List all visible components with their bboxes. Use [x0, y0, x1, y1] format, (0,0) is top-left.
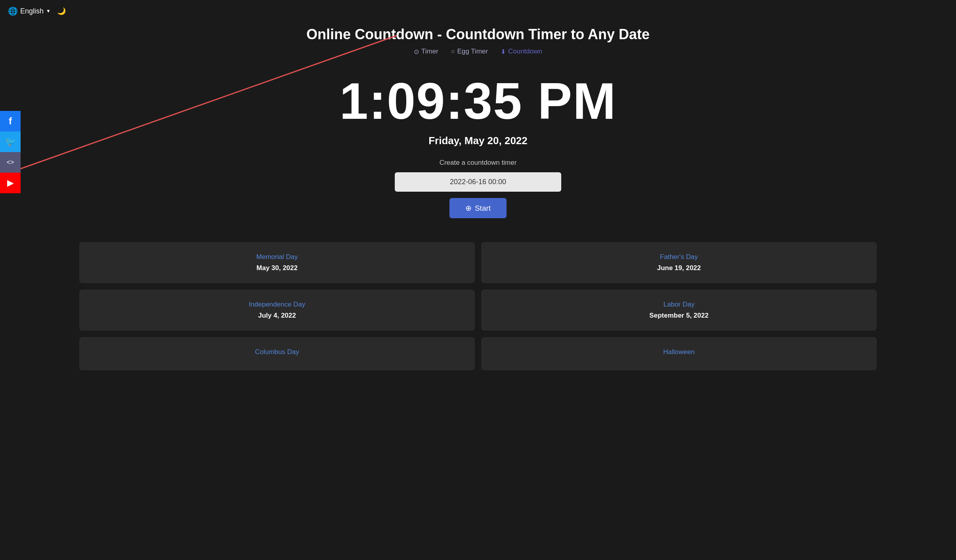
embed-button[interactable]: <> [0, 152, 21, 173]
holiday-date-memorial-day: May 30, 2022 [87, 264, 467, 272]
nav-tabs: ⊙ Timer ○ Egg Timer ⬇ Countdown [8, 48, 948, 55]
youtube-button[interactable]: ▶ [0, 173, 21, 193]
holiday-date-fathers-day: June 19, 2022 [489, 264, 869, 272]
dark-mode-button[interactable]: 🌙 [57, 7, 66, 15]
youtube-icon: ▶ [7, 178, 14, 188]
start-button[interactable]: ⊕ Start [449, 198, 507, 218]
holidays-grid: Memorial Day May 30, 2022 Father's Day J… [79, 242, 877, 370]
top-bar: 🌐 English ▼ 🌙 [0, 0, 956, 22]
timer-icon: ⊙ [414, 48, 419, 55]
page-title: Online Countdown - Countdown Timer to An… [8, 26, 948, 43]
tab-egg-timer-label: Egg Timer [457, 48, 488, 55]
holiday-card-columbus-day[interactable]: Columbus Day [79, 337, 475, 370]
clock-display: 1:09:35 PM [8, 75, 948, 127]
facebook-button[interactable]: f [0, 111, 21, 131]
language-label: English [20, 7, 44, 15]
dropdown-arrow-icon: ▼ [46, 8, 51, 14]
start-icon: ⊕ [465, 204, 472, 213]
holiday-card-independence-day[interactable]: Independence Day July 4, 2022 [79, 290, 475, 331]
globe-icon: 🌐 [8, 6, 18, 16]
tab-countdown-label: Countdown [508, 48, 542, 55]
page-header: Online Countdown - Countdown Timer to An… [0, 22, 956, 63]
holiday-name-fathers-day: Father's Day [489, 253, 869, 261]
language-selector[interactable]: 🌐 English ▼ [8, 6, 51, 16]
holiday-name-halloween: Halloween [489, 348, 869, 356]
social-sidebar: f 🐦 <> ▶ [0, 111, 21, 193]
holiday-name-memorial-day: Memorial Day [87, 253, 467, 261]
holiday-card-labor-day[interactable]: Labor Day September 5, 2022 [481, 290, 877, 331]
tab-timer[interactable]: ⊙ Timer [414, 48, 438, 55]
tab-countdown[interactable]: ⬇ Countdown [501, 48, 542, 55]
clock-section: 1:09:35 PM Friday, May 20, 2022 Create a… [0, 63, 956, 226]
holiday-card-halloween[interactable]: Halloween [481, 337, 877, 370]
holiday-card-memorial-day[interactable]: Memorial Day May 30, 2022 [79, 242, 475, 283]
holiday-name-independence-day: Independence Day [87, 301, 467, 309]
holiday-name-labor-day: Labor Day [489, 301, 869, 309]
date-input[interactable] [395, 172, 561, 192]
twitter-button[interactable]: 🐦 [0, 131, 21, 152]
start-label: Start [475, 204, 491, 213]
holidays-section: Memorial Day May 30, 2022 Father's Day J… [0, 226, 956, 386]
embed-icon: <> [7, 159, 14, 166]
countdown-icon: ⬇ [501, 48, 506, 55]
holiday-date-labor-day: September 5, 2022 [489, 312, 869, 320]
holiday-name-columbus-day: Columbus Day [87, 348, 467, 356]
date-display: Friday, May 20, 2022 [8, 135, 948, 147]
twitter-icon: 🐦 [5, 137, 16, 147]
holiday-card-fathers-day[interactable]: Father's Day June 19, 2022 [481, 242, 877, 283]
date-input-container [8, 172, 948, 192]
holiday-date-independence-day: July 4, 2022 [87, 312, 467, 320]
tab-egg-timer[interactable]: ○ Egg Timer [451, 48, 488, 55]
facebook-icon: f [9, 116, 12, 127]
tab-timer-label: Timer [421, 48, 438, 55]
countdown-form-label: Create a countdown timer [8, 159, 948, 167]
egg-timer-icon: ○ [451, 48, 455, 55]
